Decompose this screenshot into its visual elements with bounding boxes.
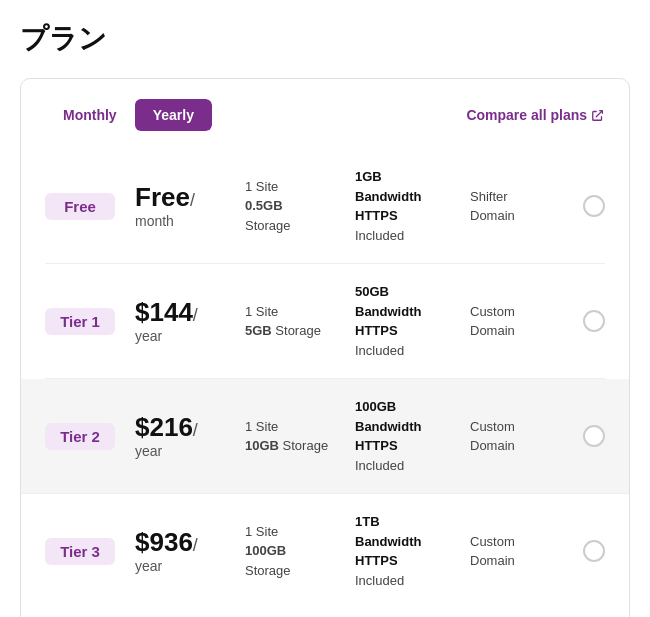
plan-select-tier1: [550, 310, 605, 332]
plan-price-col-free: Free/ month: [135, 183, 245, 230]
plan-badge-tier3: Tier 3: [45, 538, 115, 565]
plan-bandwidth-tier2: 100GB Bandwidth HTTPS Included: [355, 397, 470, 475]
plan-price-tier2: $216/: [135, 413, 245, 442]
plan-domain-tier3: Custom Domain: [470, 532, 550, 571]
plan-period-tier3: year: [135, 558, 245, 574]
plan-price-tier3: $936/: [135, 528, 245, 557]
plan-badge-tier2: Tier 2: [45, 423, 115, 450]
plan-period-tier2: year: [135, 443, 245, 459]
plan-price-tier1: $144/: [135, 298, 245, 327]
plan-row-tier3: Tier 3 $936/ year 1 Site 100GB Storage 1…: [45, 494, 605, 608]
plans-list: Free Free/ month 1 Site 0.5GB Storage 1G…: [45, 149, 605, 608]
plan-radio-tier1[interactable]: [583, 310, 605, 332]
plan-name-col-tier3: Tier 3: [45, 538, 135, 565]
plan-badge-free: Free: [45, 193, 115, 220]
toggle-buttons: Monthly Yearly: [45, 99, 212, 131]
plan-period-free: month: [135, 213, 245, 229]
plan-row-tier2: Tier 2 $216/ year 1 Site 10GB Storage 10…: [21, 379, 629, 494]
plan-name-col-free: Free: [45, 193, 135, 220]
plan-domain-tier1: Custom Domain: [470, 302, 550, 341]
plan-storage-free: 1 Site 0.5GB Storage: [245, 177, 355, 236]
plans-card: Monthly Yearly Compare all plans Free Fr…: [20, 78, 630, 617]
plan-select-tier2: [550, 425, 605, 447]
plan-period-tier1: year: [135, 328, 245, 344]
plan-price-col-tier2: $216/ year: [135, 413, 245, 460]
plan-radio-tier2[interactable]: [583, 425, 605, 447]
plan-bandwidth-tier1: 50GB Bandwidth HTTPS Included: [355, 282, 470, 360]
plan-storage-tier3: 1 Site 100GB Storage: [245, 522, 355, 581]
plan-bandwidth-tier3: 1TB Bandwidth HTTPS Included: [355, 512, 470, 590]
plan-domain-free: Shifter Domain: [470, 187, 550, 226]
page-title: プラン: [20, 20, 630, 58]
plan-select-tier3: [550, 540, 605, 562]
plan-storage-tier2: 1 Site 10GB Storage: [245, 417, 355, 456]
external-link-icon: [591, 108, 605, 122]
billing-toggle: Monthly Yearly Compare all plans: [45, 99, 605, 131]
plan-price-col-tier1: $144/ year: [135, 298, 245, 345]
plan-row-tier1: Tier 1 $144/ year 1 Site 5GB Storage 50G…: [45, 264, 605, 379]
monthly-toggle[interactable]: Monthly: [45, 99, 135, 131]
plan-radio-free[interactable]: [583, 195, 605, 217]
plan-row-free: Free Free/ month 1 Site 0.5GB Storage 1G…: [45, 149, 605, 264]
plan-name-col-tier2: Tier 2: [45, 423, 135, 450]
plan-select-free: [550, 195, 605, 217]
plan-domain-tier2: Custom Domain: [470, 417, 550, 456]
plan-price-free: Free/: [135, 183, 245, 212]
yearly-toggle[interactable]: Yearly: [135, 99, 212, 131]
plan-storage-tier1: 1 Site 5GB Storage: [245, 302, 355, 341]
plan-radio-tier3[interactable]: [583, 540, 605, 562]
plan-bandwidth-free: 1GB Bandwidth HTTPS Included: [355, 167, 470, 245]
plan-badge-tier1: Tier 1: [45, 308, 115, 335]
plan-price-col-tier3: $936/ year: [135, 528, 245, 575]
compare-all-plans-link[interactable]: Compare all plans: [466, 107, 605, 123]
plan-name-col-tier1: Tier 1: [45, 308, 135, 335]
